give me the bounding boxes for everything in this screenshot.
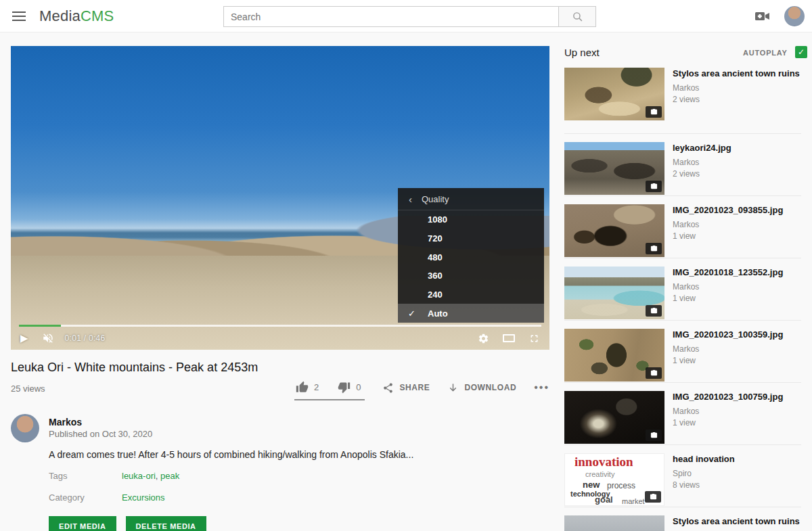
item-views: 1 view xyxy=(673,356,801,365)
item-author: Markos xyxy=(673,344,801,354)
up-next-title: Up next xyxy=(564,47,600,58)
upload-media-button[interactable] xyxy=(754,9,771,24)
category-link-excursions[interactable]: Excursions xyxy=(122,492,165,503)
download-label: DOWNLOAD xyxy=(464,383,516,392)
item-author: Markos xyxy=(673,220,801,229)
author-name[interactable]: Markos xyxy=(49,417,82,428)
download-button[interactable]: DOWNLOAD xyxy=(447,382,516,399)
quality-option-480[interactable]: 480 xyxy=(398,248,544,267)
item-title: Stylos area ancient town ruins xyxy=(673,516,801,527)
top-bar: MediaCMS xyxy=(0,0,812,32)
quality-option-auto[interactable]: ✓ Auto xyxy=(398,304,544,323)
item-author: Markos xyxy=(673,282,801,292)
camera-badge-icon xyxy=(646,367,662,379)
menu-icon[interactable] xyxy=(12,11,26,21)
player-controls: ▶ 0:01 / 0:46 xyxy=(11,327,549,350)
up-next-item-8[interactable]: Stylos area ancient town ruins xyxy=(564,515,801,531)
video-player[interactable]: ▶ 0:01 / 0:46 xyxy=(11,46,549,350)
logo[interactable]: MediaCMS xyxy=(39,7,114,25)
like-count: 2 xyxy=(314,382,319,392)
wordcloud-word: market xyxy=(622,497,645,505)
user-avatar[interactable] xyxy=(784,6,805,26)
thumbnail xyxy=(564,142,664,195)
category-label: Category xyxy=(49,492,85,503)
camera-badge-icon xyxy=(646,305,662,317)
item-author: Markos xyxy=(673,407,801,416)
autoplay-checkbox[interactable]: ✓ xyxy=(795,46,807,58)
quality-option-360[interactable]: 360 xyxy=(398,267,544,285)
share-button[interactable]: SHARE xyxy=(382,382,430,399)
item-title: IMG_20201023_100759.jpg xyxy=(673,392,801,402)
thumbnail-wordcloud: innovation creativity new process techno… xyxy=(564,453,664,506)
publish-date: Published on Oct 30, 2020 xyxy=(49,429,152,439)
search-input[interactable] xyxy=(223,6,559,27)
thumbnail xyxy=(564,267,664,319)
tags-label: Tags xyxy=(49,471,67,481)
share-label: SHARE xyxy=(399,383,430,392)
quality-options: 1080 720 480 360 240 ✓ Auto xyxy=(398,210,544,323)
tag-link-peak[interactable]: peak xyxy=(160,471,179,481)
quality-menu-title: Quality xyxy=(422,194,449,204)
media-buttons: EDIT MEDIA DELETE MEDIA xyxy=(49,516,206,531)
logo-media-text: Media xyxy=(39,7,81,24)
camera-badge-icon xyxy=(646,106,662,118)
video-description: A dream comes true! After 4-5 hours of c… xyxy=(49,449,482,460)
author-avatar[interactable] xyxy=(11,414,39,442)
quality-option-720[interactable]: 720 xyxy=(398,229,544,248)
tag-link-leuka-ori[interactable]: leuka-ori xyxy=(122,471,156,481)
item-title: IMG_20201018_123552.jpg xyxy=(673,267,801,278)
fullscreen-icon[interactable] xyxy=(528,333,540,344)
item-views: 2 views xyxy=(673,169,801,179)
autoplay-label: AUTOPLAY xyxy=(743,49,788,57)
thumbnail xyxy=(564,515,664,531)
thumb-up-icon xyxy=(296,381,309,394)
item-title: IMG_20201023_093855.jpg xyxy=(673,205,801,216)
item-views: 1 view xyxy=(673,418,801,428)
up-next-item-7[interactable]: innovation creativity new process techno… xyxy=(564,453,801,506)
up-next-item-3[interactable]: IMG_20201023_093855.jpg Markos 1 view xyxy=(564,204,801,257)
wordcloud-word: process xyxy=(607,481,635,490)
camera-badge-icon xyxy=(646,243,662,254)
up-next-item-4[interactable]: IMG_20201018_123552.jpg Markos 1 view xyxy=(564,267,801,319)
camera-badge-icon xyxy=(646,181,662,192)
settings-gear-icon[interactable] xyxy=(478,333,489,344)
quality-option-240[interactable]: 240 xyxy=(398,285,544,304)
wordcloud-word: goal xyxy=(595,494,613,505)
quality-option-1080[interactable]: 1080 xyxy=(398,210,544,229)
like-button[interactable]: 2 xyxy=(296,381,319,394)
camera-badge-icon xyxy=(646,430,662,441)
item-title: IMG_20201023_100359.jpg xyxy=(673,329,801,340)
item-views: 2 views xyxy=(673,95,801,104)
mediacms-page: MediaCMS xyxy=(0,0,812,531)
up-next-item-1[interactable]: Stylos area ancient town ruins Markos 2 … xyxy=(564,68,801,120)
up-next-item-6[interactable]: IMG_20201023_100759.jpg Markos 1 view xyxy=(564,391,801,444)
logo-cms-text: CMS xyxy=(81,7,114,24)
item-title: head inovation xyxy=(673,454,801,465)
theater-mode-icon[interactable] xyxy=(503,334,515,342)
item-views: 1 view xyxy=(673,294,801,303)
delete-media-button[interactable]: DELETE MEDIA xyxy=(126,516,206,531)
item-author: Spiro xyxy=(673,469,801,478)
wordcloud-word: new xyxy=(583,480,600,490)
play-button[interactable]: ▶ xyxy=(20,332,28,344)
back-chevron-icon: ‹ xyxy=(409,193,412,205)
category-value: Excursions xyxy=(122,492,165,503)
camera-badge-icon xyxy=(645,491,661,503)
quality-menu: ‹ Quality 1080 720 480 360 240 ✓ Auto xyxy=(398,188,544,323)
item-author: Markos xyxy=(673,158,801,167)
tags-list: leuka-ori, peak xyxy=(122,471,179,481)
wordcloud-word: innovation xyxy=(574,455,633,469)
edit-media-button[interactable]: EDIT MEDIA xyxy=(49,516,116,531)
up-next-item-5[interactable]: IMG_20201023_100359.jpg Markos 1 view xyxy=(564,329,801,382)
dislike-button[interactable]: 0 xyxy=(338,381,361,394)
more-options-button[interactable]: ••• xyxy=(534,382,549,399)
thumbnail xyxy=(564,329,664,382)
search-button[interactable] xyxy=(559,6,596,27)
up-next-item-2[interactable]: leykaori24.jpg Markos 2 views xyxy=(564,142,801,195)
wordcloud-word: creativity xyxy=(585,470,614,478)
item-views: 1 view xyxy=(673,231,801,241)
volume-muted-icon[interactable] xyxy=(42,332,54,344)
check-icon: ✓ xyxy=(408,308,415,319)
quality-menu-header[interactable]: ‹ Quality xyxy=(398,188,544,210)
rate-group: 2 0 xyxy=(294,381,365,400)
